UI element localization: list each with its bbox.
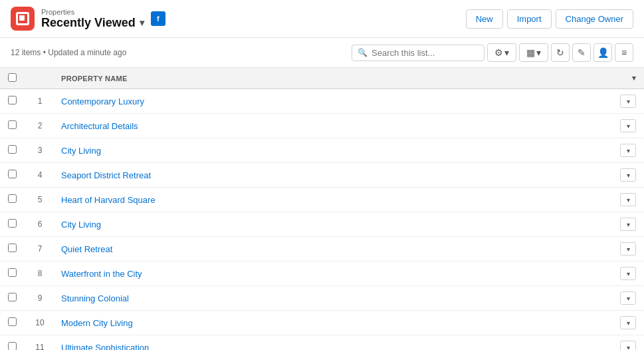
row-number: 8 — [27, 262, 53, 286]
properties-table: PROPERTY NAME ▾ 1 Contemporary Luxury ▾ … — [0, 68, 644, 350]
refresh-icon: ↻ — [556, 47, 564, 58]
row-checkbox[interactable] — [8, 145, 17, 154]
row-property-name: Heart of Harvard Square — [53, 188, 612, 212]
row-property-name: Contemporary Luxury — [53, 89, 612, 114]
row-property-name: City Living — [53, 212, 612, 237]
row-dropdown-button[interactable]: ▾ — [620, 267, 636, 280]
property-link[interactable]: Architectural Details — [61, 121, 138, 131]
row-checkbox[interactable] — [8, 120, 17, 129]
row-checkbox-cell — [0, 89, 27, 114]
new-button[interactable]: New — [466, 9, 503, 29]
row-dropdown-cell: ▾ — [612, 262, 644, 286]
row-dropdown-button[interactable]: ▾ — [620, 119, 636, 132]
row-checkbox[interactable] — [8, 194, 17, 203]
property-link[interactable]: Contemporary Luxury — [61, 96, 144, 106]
row-dropdown-button[interactable]: ▾ — [620, 341, 636, 350]
search-box[interactable]: 🔍 — [352, 45, 484, 61]
row-dropdown-cell: ▾ — [612, 237, 644, 262]
row-dropdown-cell: ▾ — [612, 286, 644, 311]
row-number: 10 — [27, 311, 53, 335]
refresh-button[interactable]: ↻ — [551, 43, 570, 62]
row-dropdown-cell: ▾ — [612, 311, 644, 335]
row-property-name: Modern City Living — [53, 311, 612, 335]
row-dropdown-button[interactable]: ▾ — [620, 316, 636, 329]
gear-button[interactable]: ⚙ ▾ — [487, 43, 516, 62]
expand-icon: ▾ — [632, 74, 636, 82]
row-dropdown-button[interactable]: ▾ — [620, 291, 636, 305]
row-dropdown-button[interactable]: ▾ — [620, 94, 636, 108]
row-dropdown-button[interactable]: ▾ — [620, 144, 636, 157]
row-property-name: Quiet Retreat — [53, 237, 612, 262]
property-link[interactable]: City Living — [61, 146, 101, 156]
grid-icon: ▦ — [526, 47, 535, 58]
page-header: Properties Recently Viewed ▾ f New Impor… — [0, 0, 644, 38]
table-container: PROPERTY NAME ▾ 1 Contemporary Luxury ▾ … — [0, 68, 644, 350]
page-title: Recently Viewed ▾ — [41, 16, 144, 30]
row-checkbox-cell — [0, 212, 27, 237]
table-row: 9 Stunning Colonial ▾ — [0, 286, 644, 311]
change-owner-button[interactable]: Change Owner — [556, 9, 633, 29]
property-link[interactable]: Stunning Colonial — [61, 293, 129, 303]
row-dropdown-button[interactable]: ▾ — [620, 218, 636, 231]
search-input[interactable] — [372, 48, 479, 58]
row-dropdown-cell: ▾ — [612, 335, 644, 351]
row-dropdown-button[interactable]: ▾ — [620, 193, 636, 206]
row-checkbox-cell — [0, 311, 27, 335]
header-checkbox-cell — [0, 68, 27, 89]
row-dropdown-cell: ▾ — [612, 212, 644, 237]
table-row: 5 Heart of Harvard Square ▾ — [0, 188, 644, 212]
grid-button[interactable]: ▦ ▾ — [519, 43, 548, 62]
row-checkbox[interactable] — [8, 170, 17, 178]
row-checkbox[interactable] — [8, 96, 17, 104]
property-link[interactable]: Heart of Harvard Square — [61, 195, 156, 205]
user-button[interactable]: 👤 — [593, 43, 612, 62]
property-link[interactable]: Seaport District Retreat — [61, 170, 151, 180]
row-dropdown-button[interactable]: ▾ — [620, 168, 636, 182]
import-button[interactable]: Import — [507, 9, 552, 29]
table-row: 8 Waterfront in the City ▾ — [0, 262, 644, 286]
row-property-name: Seaport District Retreat — [53, 163, 612, 188]
row-checkbox[interactable] — [8, 317, 17, 326]
toolbar-actions: 🔍 ⚙ ▾ ▦ ▾ ↻ ✎ 👤 ≡ — [352, 43, 633, 62]
row-checkbox-cell — [0, 335, 27, 351]
items-info: 12 items • Updated a minute ago — [11, 48, 126, 57]
filter-button[interactable]: ≡ — [615, 43, 633, 62]
property-link[interactable]: City Living — [61, 220, 101, 230]
row-checkbox-cell — [0, 114, 27, 138]
row-number: 1 — [27, 89, 53, 114]
row-checkbox[interactable] — [8, 268, 17, 277]
row-checkbox[interactable] — [8, 342, 17, 350]
row-dropdown-cell: ▾ — [612, 138, 644, 163]
property-link[interactable]: Ultimate Sophistication — [61, 343, 149, 351]
row-checkbox-cell — [0, 188, 27, 212]
edit-button[interactable]: ✎ — [572, 43, 591, 62]
salesforce-badge: f — [151, 11, 165, 26]
select-all-checkbox[interactable] — [8, 73, 17, 82]
title-dropdown-arrow[interactable]: ▾ — [140, 17, 144, 28]
row-checkbox[interactable] — [8, 219, 17, 228]
property-link[interactable]: Waterfront in the City — [61, 269, 142, 279]
table-row: 1 Contemporary Luxury ▾ — [0, 89, 644, 114]
property-link[interactable]: Quiet Retreat — [61, 244, 112, 254]
header-expand-cell: ▾ — [612, 68, 644, 89]
row-checkbox[interactable] — [8, 244, 17, 252]
row-dropdown-cell: ▾ — [612, 114, 644, 138]
table-row: 2 Architectural Details ▾ — [0, 114, 644, 138]
row-checkbox[interactable] — [8, 293, 17, 301]
table-row: 11 Ultimate Sophistication ▾ — [0, 335, 644, 351]
title-text: Recently Viewed — [41, 16, 136, 30]
table-row: 10 Modern City Living ▾ — [0, 311, 644, 335]
row-number: 7 — [27, 237, 53, 262]
row-dropdown-cell: ▾ — [612, 188, 644, 212]
toolbar: 12 items • Updated a minute ago 🔍 ⚙ ▾ ▦ … — [0, 38, 644, 68]
grid-dropdown-arrow: ▾ — [536, 47, 541, 58]
property-link[interactable]: Modern City Living — [61, 318, 133, 328]
row-checkbox-cell — [0, 262, 27, 286]
row-checkbox-cell — [0, 286, 27, 311]
row-property-name: Waterfront in the City — [53, 262, 612, 286]
table-row: 7 Quiet Retreat ▾ — [0, 237, 644, 262]
filter-icon: ≡ — [621, 47, 627, 58]
row-dropdown-cell: ▾ — [612, 163, 644, 188]
row-dropdown-button[interactable]: ▾ — [620, 242, 636, 256]
header-title-group: Properties Recently Viewed ▾ — [41, 8, 144, 30]
